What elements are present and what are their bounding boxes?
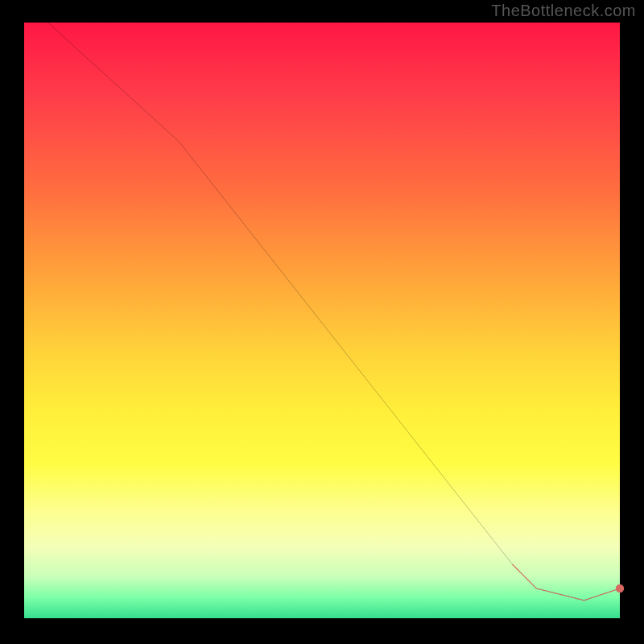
highlight-curve-path — [513, 564, 620, 600]
watermark-text: TheBottleneck.com — [491, 2, 636, 20]
chart-lines — [24, 23, 620, 618]
chart-stage: TheBottleneck.com — [0, 0, 644, 644]
main-curve-path — [48, 23, 620, 601]
highlight-end-dot — [616, 584, 624, 592]
plot-area — [24, 23, 620, 618]
